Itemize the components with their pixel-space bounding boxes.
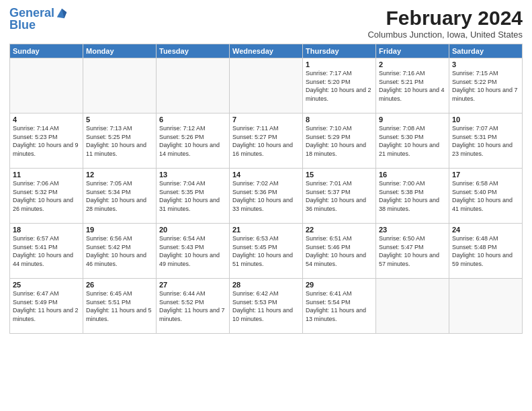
calendar-cell: 7Sunrise: 7:11 AM Sunset: 5:27 PM Daylig…	[230, 113, 303, 169]
calendar-cell: 20Sunrise: 6:54 AM Sunset: 5:43 PM Dayli…	[157, 224, 230, 279]
calendar-cell: 18Sunrise: 6:57 AM Sunset: 5:41 PM Dayli…	[10, 224, 83, 279]
calendar-cell: 29Sunrise: 6:41 AM Sunset: 5:54 PM Dayli…	[303, 279, 376, 334]
day-number: 27	[159, 281, 226, 289]
day-info: Sunrise: 6:57 AM Sunset: 5:41 PM Dayligh…	[13, 234, 80, 268]
day-info: Sunrise: 7:00 AM Sunset: 5:38 PM Dayligh…	[379, 179, 446, 213]
page: General Blue February 2024 Columbus Junc…	[0, 0, 532, 411]
calendar-cell: 22Sunrise: 6:51 AM Sunset: 5:46 PM Dayli…	[303, 224, 376, 279]
day-info: Sunrise: 7:12 AM Sunset: 5:26 PM Dayligh…	[159, 124, 226, 158]
title-area: February 2024 Columbus Junction, Iowa, U…	[367, 7, 523, 40]
day-info: Sunrise: 6:44 AM Sunset: 5:52 PM Dayligh…	[159, 289, 226, 323]
day-number: 29	[306, 281, 373, 289]
calendar-cell: 28Sunrise: 6:42 AM Sunset: 5:53 PM Dayli…	[230, 279, 303, 334]
calendar-cell: 1Sunrise: 7:17 AM Sunset: 5:20 PM Daylig…	[303, 58, 376, 113]
day-info: Sunrise: 7:13 AM Sunset: 5:25 PM Dayligh…	[86, 124, 153, 158]
logo-blue: Blue	[9, 19, 68, 32]
calendar-cell: 14Sunrise: 7:02 AM Sunset: 5:36 PM Dayli…	[230, 169, 303, 224]
calendar-header-row: SundayMondayTuesdayWednesdayThursdayFrid…	[10, 44, 523, 58]
weekday-header: Sunday	[10, 44, 83, 58]
day-number: 10	[452, 116, 519, 124]
calendar-cell: 8Sunrise: 7:10 AM Sunset: 5:29 PM Daylig…	[303, 113, 376, 169]
header-area: General Blue February 2024 Columbus Junc…	[9, 7, 523, 40]
day-info: Sunrise: 7:15 AM Sunset: 5:22 PM Dayligh…	[452, 69, 519, 103]
calendar-cell: 19Sunrise: 6:56 AM Sunset: 5:42 PM Dayli…	[83, 224, 157, 279]
day-number: 22	[306, 226, 373, 234]
calendar-cell: 24Sunrise: 6:48 AM Sunset: 5:48 PM Dayli…	[449, 224, 523, 279]
day-info: Sunrise: 6:50 AM Sunset: 5:47 PM Dayligh…	[379, 234, 446, 268]
calendar-cell: 26Sunrise: 6:45 AM Sunset: 5:51 PM Dayli…	[83, 279, 157, 334]
day-info: Sunrise: 7:05 AM Sunset: 5:34 PM Dayligh…	[86, 179, 153, 213]
weekday-header: Thursday	[303, 44, 376, 58]
day-number: 20	[159, 226, 226, 234]
calendar-cell: 4Sunrise: 7:14 AM Sunset: 5:23 PM Daylig…	[10, 113, 83, 169]
calendar-week-row: 25Sunrise: 6:47 AM Sunset: 5:49 PM Dayli…	[10, 279, 523, 334]
calendar-cell: 5Sunrise: 7:13 AM Sunset: 5:25 PM Daylig…	[83, 113, 157, 169]
day-number: 3	[452, 60, 519, 68]
day-number: 21	[232, 226, 300, 234]
day-info: Sunrise: 7:02 AM Sunset: 5:36 PM Dayligh…	[232, 179, 300, 213]
calendar-week-row: 4Sunrise: 7:14 AM Sunset: 5:23 PM Daylig…	[10, 113, 523, 169]
day-info: Sunrise: 7:16 AM Sunset: 5:21 PM Dayligh…	[379, 69, 446, 103]
day-info: Sunrise: 7:11 AM Sunset: 5:27 PM Dayligh…	[232, 124, 300, 158]
calendar-cell: 9Sunrise: 7:08 AM Sunset: 5:30 PM Daylig…	[376, 113, 449, 169]
day-info: Sunrise: 7:14 AM Sunset: 5:23 PM Dayligh…	[13, 124, 80, 158]
day-info: Sunrise: 6:47 AM Sunset: 5:49 PM Dayligh…	[13, 289, 80, 323]
day-number: 24	[452, 226, 519, 234]
day-number: 6	[159, 116, 226, 124]
day-number: 2	[379, 60, 446, 68]
calendar-cell	[230, 58, 303, 113]
logo-icon	[56, 7, 68, 19]
subtitle: Columbus Junction, Iowa, United States	[367, 30, 523, 40]
calendar-cell	[376, 279, 449, 334]
day-number: 8	[306, 116, 373, 124]
day-number: 25	[13, 281, 80, 289]
calendar-cell: 12Sunrise: 7:05 AM Sunset: 5:34 PM Dayli…	[83, 169, 157, 224]
day-number: 12	[86, 171, 153, 179]
calendar-week-row: 1Sunrise: 7:17 AM Sunset: 5:20 PM Daylig…	[10, 58, 523, 113]
logo: General Blue	[9, 7, 68, 32]
calendar-cell: 2Sunrise: 7:16 AM Sunset: 5:21 PM Daylig…	[376, 58, 449, 113]
day-info: Sunrise: 6:41 AM Sunset: 5:54 PM Dayligh…	[306, 289, 373, 323]
day-info: Sunrise: 6:51 AM Sunset: 5:46 PM Dayligh…	[306, 234, 373, 268]
day-info: Sunrise: 7:06 AM Sunset: 5:32 PM Dayligh…	[13, 179, 80, 213]
calendar-cell	[10, 58, 83, 113]
day-number: 16	[379, 171, 446, 179]
day-info: Sunrise: 6:42 AM Sunset: 5:53 PM Dayligh…	[232, 289, 300, 323]
day-number: 14	[232, 171, 300, 179]
calendar-cell: 6Sunrise: 7:12 AM Sunset: 5:26 PM Daylig…	[157, 113, 230, 169]
calendar-cell: 13Sunrise: 7:04 AM Sunset: 5:35 PM Dayli…	[157, 169, 230, 224]
day-number: 19	[86, 226, 153, 234]
calendar-week-row: 18Sunrise: 6:57 AM Sunset: 5:41 PM Dayli…	[10, 224, 523, 279]
calendar-cell: 11Sunrise: 7:06 AM Sunset: 5:32 PM Dayli…	[10, 169, 83, 224]
weekday-header: Friday	[376, 44, 449, 58]
day-info: Sunrise: 6:45 AM Sunset: 5:51 PM Dayligh…	[86, 289, 153, 323]
calendar-week-row: 11Sunrise: 7:06 AM Sunset: 5:32 PM Dayli…	[10, 169, 523, 224]
day-info: Sunrise: 7:01 AM Sunset: 5:37 PM Dayligh…	[306, 179, 373, 213]
day-info: Sunrise: 6:48 AM Sunset: 5:48 PM Dayligh…	[452, 234, 519, 268]
calendar-cell	[449, 279, 523, 334]
day-info: Sunrise: 7:04 AM Sunset: 5:35 PM Dayligh…	[159, 179, 226, 213]
day-info: Sunrise: 7:07 AM Sunset: 5:31 PM Dayligh…	[452, 124, 519, 158]
day-number: 9	[379, 116, 446, 124]
calendar-cell: 16Sunrise: 7:00 AM Sunset: 5:38 PM Dayli…	[376, 169, 449, 224]
day-number: 11	[13, 171, 80, 179]
day-info: Sunrise: 6:58 AM Sunset: 5:40 PM Dayligh…	[452, 179, 519, 213]
day-number: 4	[13, 116, 80, 124]
day-number: 13	[159, 171, 226, 179]
day-info: Sunrise: 7:17 AM Sunset: 5:20 PM Dayligh…	[306, 69, 373, 103]
calendar-cell: 27Sunrise: 6:44 AM Sunset: 5:52 PM Dayli…	[157, 279, 230, 334]
day-info: Sunrise: 7:10 AM Sunset: 5:29 PM Dayligh…	[306, 124, 373, 158]
weekday-header: Tuesday	[157, 44, 230, 58]
day-number: 18	[13, 226, 80, 234]
day-number: 28	[232, 281, 300, 289]
weekday-header: Saturday	[449, 44, 523, 58]
calendar: SundayMondayTuesdayWednesdayThursdayFrid…	[9, 44, 523, 334]
calendar-cell: 17Sunrise: 6:58 AM Sunset: 5:40 PM Dayli…	[449, 169, 523, 224]
calendar-cell: 21Sunrise: 6:53 AM Sunset: 5:45 PM Dayli…	[230, 224, 303, 279]
day-number: 5	[86, 116, 153, 124]
day-number: 17	[452, 171, 519, 179]
day-number: 7	[232, 116, 300, 124]
day-number: 23	[379, 226, 446, 234]
calendar-cell: 10Sunrise: 7:07 AM Sunset: 5:31 PM Dayli…	[449, 113, 523, 169]
day-info: Sunrise: 6:54 AM Sunset: 5:43 PM Dayligh…	[159, 234, 226, 268]
